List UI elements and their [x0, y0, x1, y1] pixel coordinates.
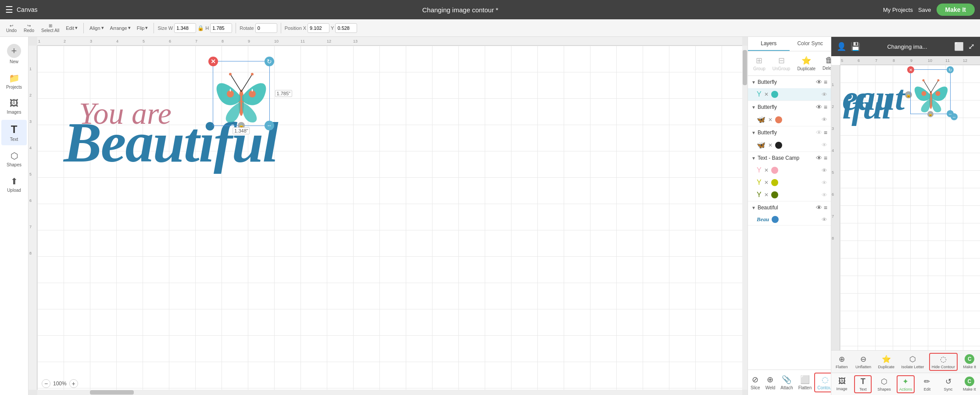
make-it-preview-button[interactable]: C Make It: [961, 352, 978, 371]
item-visibility-icon[interactable]: 👁: [822, 167, 827, 174]
scrollbar-thumb-h[interactable]: [90, 390, 134, 395]
unflatten-preview-button[interactable]: ⊖ Unflatten: [854, 353, 873, 371]
attach-tool[interactable]: 📎 Attach: [778, 373, 795, 392]
item-visibility-icon[interactable]: 👁: [822, 116, 827, 123]
hide-contour-button[interactable]: ◌ Hide Contour: [929, 353, 958, 371]
shapes-tool-button[interactable]: ⬡ Shapes: [876, 375, 893, 393]
text-tool-button[interactable]: T Text: [854, 375, 872, 393]
actions-tool-button[interactable]: ✦ Actions: [897, 375, 915, 393]
image-tool-icon: 🖼: [838, 377, 846, 386]
left-sidebar: + New 📁 Projects 🖼 Images T Text ⬡ Shape…: [0, 37, 29, 395]
redo-button[interactable]: ↪ Redo: [21, 22, 37, 34]
rotate-input[interactable]: [255, 23, 277, 33]
preview-lock-handle[interactable]: 🔒: [927, 111, 934, 117]
close-button[interactable]: ✕: [208, 57, 218, 66]
item-visibility-icon[interactable]: 👁: [822, 91, 827, 98]
my-projects-button[interactable]: My Projects: [883, 7, 913, 13]
sidebar-item-images[interactable]: 🖼 Images: [1, 95, 27, 118]
image-tool-button[interactable]: 🖼 Image: [833, 375, 851, 393]
layer-item[interactable]: Beau 👁: [748, 214, 831, 225]
layer-group-header[interactable]: ▼ Text - Base Camp 👁 ≡: [748, 152, 831, 164]
split-icon[interactable]: ⬜: [954, 42, 964, 51]
sidebar-label: Text: [10, 137, 18, 142]
lock-icon: 🔒: [197, 25, 204, 31]
flip-dropdown[interactable]: Flip ▾: [135, 24, 150, 32]
duplicate-button[interactable]: ⭐ Duplicate: [794, 54, 819, 73]
layer-item[interactable]: 🦋 ✕ 👁: [748, 113, 831, 126]
edit-dropdown[interactable]: Edit ▾: [64, 24, 80, 32]
layer-item[interactable]: Y ✕ 👁: [748, 189, 831, 201]
sidebar-item-shapes[interactable]: ⬡ Shapes: [1, 147, 27, 171]
scrollbar-thumb-v[interactable]: [743, 50, 747, 85]
sidebar-item-upload[interactable]: ⬆ Upload: [1, 172, 27, 196]
flatten-tool[interactable]: ⬜ Flatten: [796, 373, 815, 392]
visibility-icon[interactable]: 👁: [816, 104, 822, 111]
preview-expand-button[interactable]: ↔: [947, 110, 954, 117]
height-input[interactable]: [210, 23, 232, 33]
pos-y-input[interactable]: [335, 23, 357, 33]
slice-icon: ⊘: [752, 375, 758, 384]
make-it-tool-button[interactable]: C Make It: [961, 375, 978, 393]
layer-menu-icon[interactable]: ≡: [824, 79, 827, 86]
visibility-icon[interactable]: 👁: [816, 154, 822, 162]
ungroup-button[interactable]: ⊟ UnGroup: [769, 54, 794, 73]
layer-menu-icon[interactable]: ≡: [824, 104, 827, 111]
visibility-icon[interactable]: 👁: [816, 129, 822, 136]
sidebar-item-projects[interactable]: 📁 Projects: [1, 69, 27, 93]
save-icon[interactable]: 💾: [851, 42, 860, 51]
item-visibility-icon[interactable]: 👁: [822, 192, 827, 198]
make-it-button[interactable]: Make It: [937, 4, 975, 16]
save-button[interactable]: Save: [918, 7, 931, 13]
zoom-in-button[interactable]: +: [69, 379, 78, 388]
fullscreen-icon[interactable]: ⤢: [968, 42, 975, 51]
sidebar-item-new[interactable]: + New: [1, 40, 27, 68]
scrollbar-right[interactable]: [742, 46, 748, 390]
undo-button[interactable]: ↩ Undo: [4, 22, 19, 34]
canvas-area[interactable]: 1 2 3 4 5 6 7 8 9 10 11 12 13 1 2 3 4 5 …: [29, 37, 748, 395]
select-all-button[interactable]: ⊞ Select All: [39, 22, 62, 34]
flatten-preview-button[interactable]: ⊕ Flatten: [833, 353, 851, 371]
profile-icon[interactable]: 👤: [837, 42, 846, 51]
slice-tool[interactable]: ⊘ Slice: [748, 373, 763, 392]
visibility-icon[interactable]: 👁: [816, 204, 822, 211]
layer-group-header[interactable]: ▼ Butterfly 👁 ≡: [748, 76, 831, 88]
preview-canvas[interactable]: 5 6 7 8 9 10 11 12 1 2 3 4 5 6 7 8: [831, 56, 980, 350]
arrange-dropdown[interactable]: Arrange ▾: [108, 24, 133, 32]
hamburger-icon[interactable]: ☰: [5, 4, 13, 15]
layer-item[interactable]: 🦋 ✕ 👁: [748, 139, 831, 151]
layer-group-header[interactable]: ▼ Butterfly 👁 ≡: [748, 126, 831, 139]
layer-group-header[interactable]: ▼ Beautiful 👁 ≡: [748, 201, 831, 214]
isolate-letter-button[interactable]: ⬡ Isolate Letter: [899, 353, 926, 371]
duplicate-preview-button[interactable]: ⭐ Duplicate: [876, 353, 897, 371]
align-dropdown[interactable]: Align ▾: [87, 24, 106, 32]
expand-button[interactable]: ↔: [265, 121, 274, 130]
group-button[interactable]: ⊞ Group: [750, 54, 769, 73]
layer-menu-icon[interactable]: ≡: [824, 129, 827, 136]
edit-tool-button[interactable]: ✏ Edit: [918, 375, 936, 393]
zoom-out-button[interactable]: −: [42, 379, 50, 388]
preview-close-button[interactable]: ✕: [907, 66, 914, 73]
sidebar-item-text[interactable]: T Text: [1, 120, 27, 145]
layer-color-dot: [771, 167, 778, 174]
layer-menu-icon[interactable]: ≡: [824, 154, 827, 162]
layer-item[interactable]: Y ✕ 👁: [748, 176, 831, 189]
preview-rotate-button[interactable]: ↻: [947, 66, 954, 73]
scrollbar-bottom[interactable]: [37, 390, 742, 395]
x-icon: ✕: [764, 192, 769, 198]
sync-tool-button[interactable]: ↺ Sync: [940, 375, 957, 393]
layer-item[interactable]: Y ✕ 👁: [748, 88, 831, 101]
weld-tool[interactable]: ⊕ Weld: [763, 373, 778, 392]
rotate-button[interactable]: ↻: [265, 57, 274, 66]
item-visibility-icon[interactable]: 👁: [822, 216, 827, 223]
layer-group-header[interactable]: ▼ Butterfly 👁 ≡: [748, 101, 831, 113]
item-visibility-icon[interactable]: 👁: [822, 180, 827, 186]
layer-item[interactable]: Y ✕ 👁: [748, 164, 831, 176]
width-input[interactable]: [174, 23, 196, 33]
item-visibility-icon[interactable]: 👁: [822, 142, 827, 148]
canvas-content[interactable]: You are Beautiful: [37, 46, 742, 390]
visibility-icon[interactable]: 👁: [816, 79, 822, 86]
layer-menu-icon[interactable]: ≡: [824, 204, 827, 211]
tab-color-sync[interactable]: Color Sync: [790, 37, 831, 51]
pos-x-input[interactable]: [308, 23, 329, 33]
tab-layers[interactable]: Layers: [748, 37, 790, 51]
